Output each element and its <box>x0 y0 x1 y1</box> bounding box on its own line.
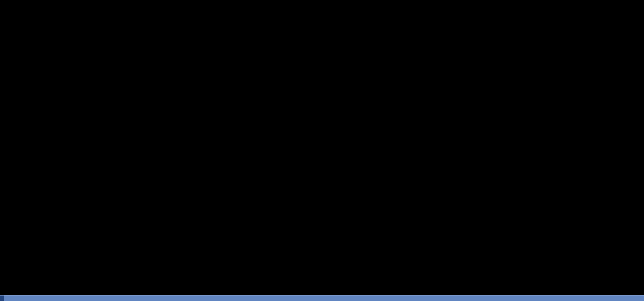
chart-canvas[interactable] <box>0 0 644 301</box>
status-resize-notch <box>0 296 4 301</box>
date-axis-top[interactable] <box>0 164 632 170</box>
price-and-oscillator-plot[interactable] <box>0 0 644 301</box>
price-axis[interactable] <box>632 0 644 301</box>
status-bar <box>0 295 644 301</box>
amibroker-window <box>0 0 644 301</box>
date-axis-bottom[interactable] <box>0 290 632 296</box>
